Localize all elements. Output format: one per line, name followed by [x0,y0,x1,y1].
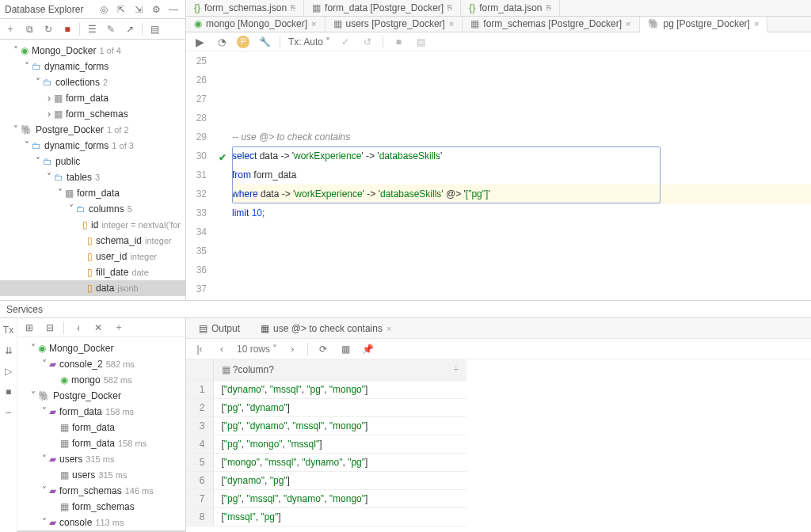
explorer-toolbar: ＋ ⧉ ↻ ■ ☰ ✎ ↗ ▤ [0,19,185,40]
console-tab[interactable]: ▦users [Postgre_Docker]× [326,17,463,32]
stop-run-icon[interactable]: ■ [391,35,406,49]
tree-node-pg_cols[interactable]: ˅🗀columns5 [0,201,185,217]
close-icon[interactable]: × [449,19,454,28]
commit-icon[interactable]: ✓ [338,35,352,49]
tree-node-mongo[interactable]: ˅◉Mongo_Docker1 of 4 [0,43,185,59]
service-node[interactable]: ˅▰form_data158 ms [17,404,185,420]
tree-node-mongo_db[interactable]: ˅🗀dynamic_forms [0,59,185,74]
kill-icon[interactable]: ✕ [91,321,105,335]
run-icon[interactable]: ▶ [192,35,207,49]
tree-node-c_id[interactable]: ▯idinteger = nextval('for [0,217,185,233]
filter-icon[interactable]: ☰ [85,22,99,36]
console-icon[interactable]: ▤ [147,22,162,36]
column-header[interactable]: ▦ ?column?÷ [213,359,466,380]
stop-gutter-icon[interactable]: ■ [2,385,16,399]
tree-node-pg_tables[interactable]: ˅🗀tables3 [0,169,185,185]
result-row[interactable]: 4["pg", "mongo", "mssql"] [186,435,466,453]
layout-icon[interactable]: ⫞ [70,321,85,335]
close-icon[interactable]: × [626,19,630,28]
settings-icon[interactable]: ▤ [413,35,428,49]
tree-node-mongo_c1[interactable]: ›▦form_data [0,90,185,106]
tree-node-mongo_coll[interactable]: ˅🗀collections2 [0,74,185,90]
tx-icon[interactable]: Tx [2,323,16,337]
add-svc-icon[interactable]: ＋ [112,321,126,335]
result-row[interactable]: 3["pg", "dynamo", "mssql", "mongo"] [186,416,466,435]
tree-node-pg[interactable]: ˅🐘Postgre_Docker1 of 2 [0,122,185,138]
view-icon[interactable]: ▦ [338,342,352,356]
console-tab[interactable]: ◉mongo [Mongo_Docker]× [186,17,326,32]
next-page-icon[interactable]: › [285,342,299,356]
result-row[interactable]: 8["mssql", "pg"] [186,507,466,526]
service-node[interactable]: ▦form_data [17,420,185,435]
output-tabs[interactable]: ▤Output ▦use @> to check contains× [186,318,811,339]
tree-node-c_user[interactable]: ▯user_idinteger [0,249,185,264]
close-icon[interactable]: × [386,324,391,333]
tab-result[interactable]: ▦use @> to check contains× [254,321,398,336]
expand-icon[interactable]: ⇲ [131,2,146,17]
service-node[interactable]: ▦users315 ms [17,467,185,483]
tree-collapse-icon[interactable]: ⊟ [43,321,57,335]
file-tab[interactable]: ▦form_data [Postgre_Docker]⎘ [304,0,461,16]
result-row[interactable]: 1["dynamo", "mssql", "pg", "mongo"] [186,380,466,398]
rows-count[interactable]: 10 rows ˅ [237,344,277,355]
service-node[interactable]: ˅🐘Postgre_Docker [17,388,185,404]
tree-expand-icon[interactable]: ⊞ [22,321,36,335]
console-tab[interactable]: 🐘pg [Postgre_Docker]× [640,17,768,32]
pin-icon[interactable]: 📌 [360,342,375,356]
service-node[interactable]: ◉mongo582 ms [17,372,185,388]
result-row[interactable]: 2["pg", "dynamo"] [186,398,466,416]
prev-page-icon[interactable]: ‹ [215,342,229,356]
reload-icon[interactable]: ⟳ [316,342,330,356]
tree-node-pg_db[interactable]: ˅🗀dynamic_forms1 of 3 [0,138,185,154]
minus-gutter-icon[interactable]: – [2,405,16,420]
file-tab[interactable]: {}form_data.json⎘ [461,0,559,16]
rollback-icon[interactable]: ↺ [360,35,375,49]
explain-icon[interactable]: P [237,36,249,48]
service-node[interactable]: ˅▰users315 ms [17,451,185,467]
tree-node-c_schema[interactable]: ▯schema_idinteger [0,233,185,249]
database-tree[interactable]: ˅◉Mongo_Docker1 of 4˅🗀dynamic_forms˅🗀col… [0,40,185,300]
play-gutter-icon[interactable]: ▷ [2,364,16,378]
tx-mode[interactable]: Tx: Auto ˅ [288,36,330,48]
console-tab[interactable]: ▦form_schemas [Postgre_Docker]× [463,17,639,32]
console-tabs[interactable]: ◉mongo [Mongo_Docker]×▦users [Postgre_Do… [186,17,811,33]
service-node[interactable]: ˅▰form_schemas146 ms [17,483,185,499]
service-node[interactable]: ˅▰console113 ms [17,515,185,530]
tree-node-c_data[interactable]: ▯datajsonb [0,280,185,296]
service-node[interactable]: ˅◉Mongo_Docker [17,340,185,356]
wrench-icon[interactable]: 🔧 [257,35,272,49]
file-tabs[interactable]: {}form_schemas.json⎘▦form_data [Postgre_… [186,0,811,17]
services-tree[interactable]: ˅◉Mongo_Docker˅▰console_2582 ms◉mongo582… [17,337,185,532]
tab-output[interactable]: ▤Output [192,321,246,336]
refresh-icon[interactable]: ↻ [41,22,55,36]
copy-icon[interactable]: ⧉ [22,22,36,36]
result-row[interactable]: 6["dynamo", "pg"] [186,471,466,489]
history-icon[interactable]: ◔ [215,35,229,49]
gear-icon[interactable]: ⚙ [149,2,163,17]
result-grid[interactable]: ▦ ?column?÷ 1["dynamo", "mssql", "pg", "… [186,359,811,532]
result-row[interactable]: 7["pg", "mssql", "dynamo", "mongo"] [186,489,466,507]
service-node[interactable]: ▦form_schemas [17,499,185,515]
edit-icon[interactable]: ✎ [104,22,118,36]
close-icon[interactable]: × [754,19,759,28]
expand-all-icon[interactable]: ⇊ [2,344,16,358]
code-editor[interactable]: 25262728293031323334353637 ✔ -- use @> t… [186,51,811,300]
close-icon[interactable]: × [311,19,316,28]
service-node[interactable]: ˅▰console_2582 ms [17,356,185,372]
tree-node-pg_pub[interactable]: ˅🗀public [0,154,185,169]
stop-icon[interactable]: ■ [60,22,74,36]
add-icon[interactable]: ＋ [3,22,17,36]
service-node[interactable]: ▦form_data158 ms [17,435,185,451]
collapse-icon[interactable]: ⇱ [114,2,128,17]
jump-icon[interactable]: ↗ [123,22,137,36]
result-row[interactable]: 5["mongo", "mssql", "dynamo", "pg"] [186,453,466,471]
target-icon[interactable]: ◎ [97,2,111,17]
hide-icon[interactable]: — [166,2,181,17]
first-page-icon[interactable]: |‹ [192,342,207,356]
file-tab[interactable]: {}form_schemas.json⎘ [186,0,304,16]
tree-node-pg_t1[interactable]: ˅▦form_data [0,185,185,201]
tree-node-c_fill[interactable]: ▯fill_datedate [0,264,185,280]
tree-node-pg_keys[interactable]: ›🗀keys1 [0,296,185,300]
tree-node-mongo_c2[interactable]: ›▦form_schemas [0,106,185,122]
database-explorer-panel: Database Explorer ◎ ⇱ ⇲ ⚙ — ＋ ⧉ ↻ ■ ☰ ✎ … [0,0,186,300]
